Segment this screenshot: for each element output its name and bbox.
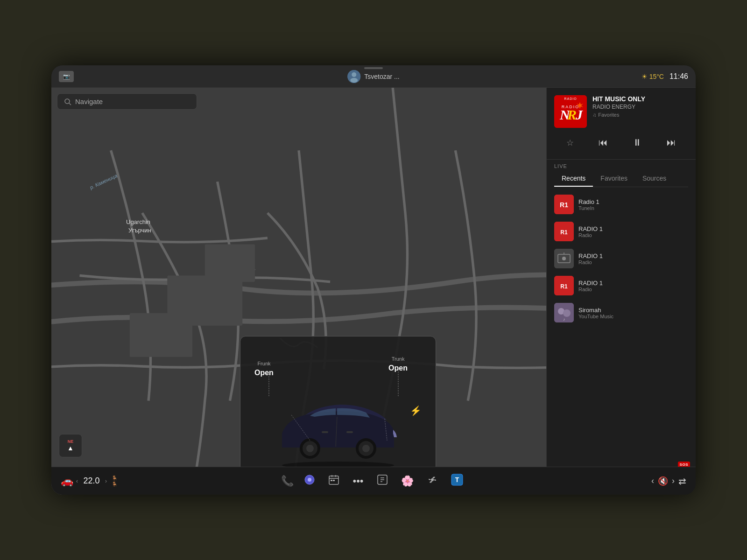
mute-button[interactable]: 🔇: [658, 476, 668, 486]
nav-forward-button[interactable]: ›: [672, 476, 675, 486]
info-icon: [377, 474, 388, 485]
fan-icon: [427, 474, 438, 485]
phone-button[interactable]: 📞: [281, 475, 294, 487]
temperature-control: ‹ 22.0 ›: [75, 476, 108, 486]
frunk-status: Frunk Open: [254, 360, 274, 378]
svg-text:T: T: [455, 476, 459, 483]
seat-heat-icons: 🪑 🪑: [112, 476, 117, 487]
temp-decrease-button[interactable]: ‹: [75, 478, 79, 484]
sentry-button[interactable]: [301, 472, 318, 490]
tab-favorites[interactable]: Favorites: [593, 172, 635, 187]
previous-button[interactable]: ⏮: [593, 135, 613, 150]
tab-sources[interactable]: Sources: [635, 172, 674, 187]
main-content: Ugarchin Угърчин р. Каменица Navigate: [51, 88, 696, 495]
station-info-2: RADIO 1 Radio: [578, 225, 688, 238]
list-item[interactable]: RADIO 1 Radio: [552, 245, 690, 272]
calendar-button[interactable]: [325, 472, 342, 490]
pause-button[interactable]: ⏸: [627, 135, 648, 150]
route-button[interactable]: ⇄: [678, 476, 686, 487]
station-info-5: Siromah YouTube Music: [578, 307, 688, 319]
bottom-left: 🚗 ‹ 22.0 › 🪑 🪑: [61, 475, 135, 487]
compass-label: NE ▲: [67, 439, 74, 452]
scroll-indicator: [364, 67, 383, 69]
svg-text:R1: R1: [560, 283, 568, 290]
nav-back-button[interactable]: ‹: [651, 476, 654, 486]
car-status-button[interactable]: 🚗: [61, 475, 73, 487]
next-button[interactable]: ⏭: [661, 135, 682, 150]
sentry-icon: [304, 474, 315, 485]
svg-point-1: [352, 72, 356, 77]
bottom-center: 📞 •••: [135, 472, 612, 490]
right-panel: RADIO RADIO N R J: [546, 88, 696, 495]
station-title: HIT MUSIC ONLY: [592, 95, 688, 103]
station-thumb-5: ♪: [554, 303, 574, 322]
weather-icon: ☀ 15°C: [641, 73, 664, 80]
svg-text:R1: R1: [560, 229, 568, 236]
compass-button[interactable]: NE ▲: [59, 434, 82, 457]
temperature-label: 15°C: [649, 73, 664, 80]
car-overlay: Frunk Open Trunk Open: [240, 336, 436, 485]
svg-point-41: [563, 309, 571, 317]
svg-point-46: [308, 478, 311, 482]
station-info-4: RADIO 1 Radio: [578, 280, 688, 292]
car-illustration: [268, 387, 408, 480]
trunk-status: Trunk Open: [388, 355, 408, 373]
svg-point-7: [65, 99, 70, 104]
fan-button[interactable]: [424, 472, 441, 490]
status-bar: 📷 Tsvetozar ... ☀ 15°C 11:46: [51, 65, 696, 88]
navigate-bar[interactable]: Navigate: [57, 93, 197, 110]
temp-increase-button[interactable]: ›: [104, 478, 108, 484]
avatar: [347, 70, 360, 83]
tesla-icon: T: [451, 474, 463, 486]
list-item[interactable]: R1 RADIO 1 Radio: [552, 272, 690, 299]
svg-text:♪: ♪: [563, 317, 565, 322]
user-label: Tsvetozar ...: [364, 73, 399, 80]
svg-rect-21: [346, 431, 353, 433]
calendar-icon: [328, 474, 339, 485]
camera-icon: 📷: [59, 71, 74, 82]
svg-point-57: [431, 478, 434, 481]
station-brand: RADIO ENERGY: [592, 104, 688, 110]
svg-line-8: [69, 103, 71, 105]
radio-label: RADIO: [564, 97, 577, 100]
clock: 11:46: [669, 72, 688, 81]
live-section: LIVE Recents Favorites Sources: [547, 160, 696, 191]
status-center: Tsvetozar ...: [347, 70, 399, 83]
station-info-3: RADIO 1 Radio: [578, 252, 688, 265]
svg-text:R: R: [567, 107, 577, 122]
bottom-bar: 🚗 ‹ 22.0 › 🪑 🪑 📞: [51, 467, 696, 495]
station-thumb-4: R1: [554, 276, 574, 295]
search-icon: [64, 98, 71, 105]
charge-icon: ⚡: [410, 405, 422, 416]
more-button[interactable]: •••: [350, 473, 366, 489]
bottom-right: ‹ 🔇 › ⇄: [612, 476, 686, 487]
station-list: R1 Radio 1 TuneIn R1: [547, 191, 696, 469]
live-badge: LIVE: [554, 163, 688, 169]
station-info-1: Radio 1 TuneIn: [578, 198, 688, 211]
station-thumb-1: R1: [554, 195, 574, 214]
info-button[interactable]: [374, 472, 391, 490]
svg-rect-19: [302, 420, 306, 423]
list-item[interactable]: R1 RADIO 1 Radio: [552, 218, 690, 245]
favorites-label: ♫ Favorites: [592, 112, 688, 118]
station-thumb-3: [554, 249, 574, 268]
svg-rect-6: [130, 313, 192, 357]
svg-point-14: [306, 445, 314, 452]
svg-text:R1: R1: [560, 201, 568, 209]
list-item[interactable]: R1 Radio 1 TuneIn: [552, 191, 690, 218]
svg-rect-52: [333, 480, 335, 481]
svg-rect-5: [205, 244, 255, 281]
car-3d-view: Frunk Open Trunk Open: [240, 336, 436, 485]
favorite-button[interactable]: ☆: [561, 136, 579, 150]
station-thumb-2: R1: [554, 222, 574, 241]
tabs-row: Recents Favorites Sources: [554, 172, 688, 187]
list-item[interactable]: ♪ Siromah YouTube Music: [552, 299, 690, 326]
now-playing: RADIO RADIO N R J: [547, 88, 696, 160]
navigate-input[interactable]: Navigate: [75, 98, 103, 105]
photos-button[interactable]: 🌸: [398, 473, 416, 489]
temperature-value: 22.0: [80, 476, 103, 486]
tab-recents[interactable]: Recents: [554, 172, 593, 187]
svg-text:J: J: [575, 107, 583, 122]
tesla-button[interactable]: T: [448, 472, 466, 490]
svg-point-17: [362, 445, 370, 452]
